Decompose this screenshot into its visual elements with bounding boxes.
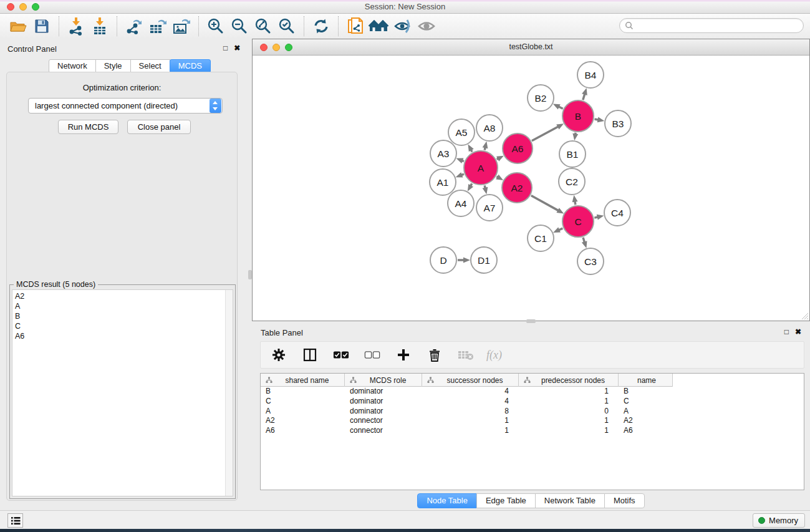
clone-network-button[interactable] — [344, 16, 367, 37]
cell-predecessor_nodes[interactable]: 1 — [519, 397, 619, 407]
cell-mcds_role[interactable]: connector — [345, 416, 422, 426]
criterion-select[interactable]: largest connected component (directed) — [28, 98, 223, 114]
delete-column-button[interactable] — [427, 347, 443, 363]
graph-node-C1[interactable]: C1 — [528, 225, 554, 251]
column-header-successor-nodes[interactable]: successor nodes — [422, 374, 519, 387]
cell-name[interactable]: B — [619, 387, 673, 397]
show-selected-button[interactable] — [415, 16, 438, 37]
mcds-result-scrollbar[interactable] — [225, 290, 233, 496]
cell-shared_name[interactable]: C — [261, 397, 345, 407]
zoom-in-button[interactable] — [204, 16, 228, 37]
cell-mcds_role[interactable]: connector — [345, 426, 422, 436]
search-input[interactable] — [634, 20, 803, 31]
cell-shared_name[interactable]: A6 — [261, 426, 345, 436]
column-header-shared-name[interactable]: shared name — [261, 374, 345, 387]
graph-edge-B-B3[interactable] — [595, 117, 605, 122]
select-all-columns-button[interactable] — [333, 347, 349, 363]
network-window-titlebar[interactable]: testGlobe.txt — [253, 39, 809, 56]
graph-edge-A-A8[interactable] — [483, 141, 488, 150]
import-network-button[interactable] — [64, 16, 88, 37]
function-builder-button[interactable]: f(x) — [486, 349, 502, 362]
tab-network-table[interactable]: Network Table — [535, 493, 605, 508]
cell-successor_nodes[interactable]: 4 — [422, 387, 519, 397]
horizontal-splitter-handle[interactable] — [526, 319, 536, 323]
graph-edge-A-A3[interactable] — [456, 158, 464, 163]
show-column-button[interactable] — [302, 347, 318, 363]
float-panel-icon[interactable]: □ — [223, 44, 228, 52]
table-row[interactable]: Adominator80A — [261, 407, 804, 417]
save-session-button[interactable] — [30, 16, 54, 37]
delete-table-button[interactable] — [458, 347, 474, 363]
cell-successor_nodes[interactable]: 8 — [422, 407, 519, 417]
table-row[interactable]: Bdominator41B — [261, 387, 804, 397]
graph-node-A[interactable]: A — [464, 151, 498, 185]
float-panel-icon[interactable]: □ — [784, 328, 789, 336]
graph-node-A7[interactable]: A7 — [476, 195, 503, 221]
tab-mcds[interactable]: MCDS — [170, 59, 211, 73]
graph-node-B[interactable]: B — [562, 100, 594, 132]
graph-node-A5[interactable]: A5 — [448, 119, 475, 145]
mcds-result-item[interactable]: B — [15, 311, 233, 321]
open-session-button[interactable] — [6, 16, 30, 37]
graph-node-B1[interactable]: B1 — [559, 141, 586, 167]
table-row[interactable]: A2connector11A2 — [261, 416, 804, 426]
vertical-splitter-handle[interactable] — [248, 270, 252, 279]
table-row[interactable]: A6connector11A6 — [261, 426, 804, 436]
close-panel-button[interactable]: Close panel — [127, 120, 191, 134]
table-options-button[interactable] — [271, 347, 287, 363]
table-row[interactable]: Cdominator41C — [261, 397, 804, 407]
mcds-result-item[interactable]: A6 — [15, 331, 233, 341]
cell-mcds_role[interactable]: dominator — [345, 387, 422, 397]
cell-predecessor_nodes[interactable]: 1 — [519, 416, 619, 426]
export-network-button[interactable] — [122, 16, 146, 37]
graph-node-A4[interactable]: A4 — [448, 190, 474, 216]
graph-node-C3[interactable]: C3 — [577, 248, 604, 274]
cell-name[interactable]: A2 — [619, 416, 673, 426]
graph-node-A3[interactable]: A3 — [430, 140, 456, 167]
graph-node-A2[interactable]: A2 — [502, 173, 532, 203]
graph-edge-A6-B[interactable] — [532, 123, 564, 140]
graph-edge-C-C2[interactable] — [572, 195, 578, 205]
graph-node-C2[interactable]: C2 — [559, 168, 585, 195]
zoom-selected-button[interactable] — [275, 16, 299, 37]
graph-node-B2[interactable]: B2 — [528, 85, 554, 111]
graph-node-A1[interactable]: A1 — [430, 169, 456, 195]
graph-node-A8[interactable]: A8 — [476, 115, 503, 141]
cell-name[interactable]: A — [619, 407, 673, 417]
column-header-mcds-role[interactable]: MCDS role — [345, 374, 422, 387]
tab-select[interactable]: Select — [130, 59, 170, 73]
column-header-name[interactable]: name — [619, 374, 673, 387]
graph-edge-B-B2[interactable] — [553, 104, 563, 110]
mcds-result-item[interactable]: C — [15, 321, 233, 331]
cell-name[interactable]: C — [619, 397, 673, 407]
graph-edge-C-C4[interactable] — [594, 215, 604, 220]
graph-node-B3[interactable]: B3 — [605, 110, 631, 137]
graph-edge-A-A2[interactable] — [496, 175, 503, 180]
close-panel-icon[interactable]: ✖ — [234, 44, 240, 52]
graph-edge-C-C3[interactable] — [582, 238, 587, 248]
cell-successor_nodes[interactable]: 1 — [422, 426, 519, 436]
zoom-fit-button[interactable] — [251, 16, 275, 37]
mcds-result-list[interactable]: A2ABCA6 — [12, 289, 233, 496]
memory-button[interactable]: Memory — [753, 513, 805, 528]
cell-mcds_role[interactable]: dominator — [345, 407, 422, 417]
graph-node-A6[interactable]: A6 — [503, 133, 533, 163]
graph-node-C[interactable]: C — [562, 206, 594, 237]
close-panel-icon[interactable]: ✖ — [795, 328, 801, 336]
graph-edge-A2-C[interactable] — [531, 196, 564, 214]
graph-edge-A-A1[interactable] — [456, 172, 464, 177]
cell-successor_nodes[interactable]: 4 — [422, 397, 519, 407]
cell-predecessor_nodes[interactable]: 1 — [519, 387, 619, 397]
mcds-result-item[interactable]: A — [15, 301, 233, 311]
graph-edge-D-D1[interactable] — [458, 258, 470, 263]
cell-shared_name[interactable]: B — [261, 387, 345, 397]
tab-style[interactable]: Style — [95, 59, 131, 73]
graph-node-D[interactable]: D — [430, 247, 456, 273]
graph-edge-A-A4[interactable] — [468, 183, 473, 191]
tab-node-table[interactable]: Node Table — [417, 493, 477, 508]
column-header-predecessor-nodes[interactable]: predecessor nodes — [519, 374, 619, 387]
hide-selected-button[interactable] — [391, 16, 415, 37]
graph-edge-A-A7[interactable] — [483, 185, 488, 194]
tab-motifs[interactable]: Motifs — [604, 493, 645, 508]
cell-name[interactable]: A6 — [619, 426, 673, 436]
